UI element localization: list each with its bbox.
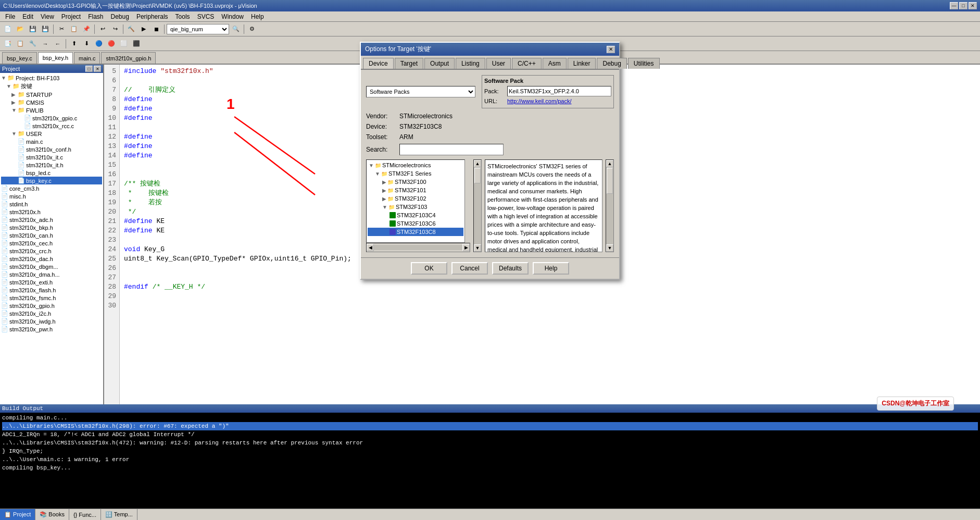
- tree-label: STM32F101: [395, 187, 426, 193]
- tree-stm32f103c6[interactable]: STM32F103C6: [368, 219, 463, 228]
- tree-label: STM32F103C4: [397, 212, 436, 218]
- sp-pack-label: Pack:: [484, 88, 505, 94]
- options-dialog: Options for Target '按键' ✕ Device Target …: [360, 42, 620, 280]
- folder-icon: 📁: [388, 204, 395, 210]
- device-value: STM32F103C8: [399, 123, 442, 130]
- toolset-value: ARM: [399, 133, 413, 141]
- vscroll-track: [474, 167, 481, 244]
- dialog-tab-cpp[interactable]: C/C++: [512, 58, 542, 69]
- tree-stm32f1-series[interactable]: ▼ 📁 STM32F1 Series: [368, 169, 463, 178]
- device-description-pane: STMicroelectronics' STM32F1 series of ma…: [485, 159, 602, 252]
- tree-stm32f102[interactable]: ▶ 📁 STM32F102: [368, 194, 463, 203]
- dialog-tab-asm[interactable]: Asm: [543, 58, 567, 69]
- tree-label: STM32F102: [395, 195, 426, 202]
- cancel-button[interactable]: Cancel: [451, 262, 488, 275]
- vscroll-down[interactable]: ▼: [474, 244, 481, 252]
- dialog-tab-target[interactable]: Target: [395, 58, 423, 69]
- sp-url-label: URL:: [484, 98, 505, 104]
- defaults-button[interactable]: Defaults: [492, 262, 529, 275]
- tree-stm32f103c4[interactable]: STM32F103C4: [368, 211, 463, 219]
- ok-button[interactable]: OK: [411, 262, 447, 275]
- expand-icon: ▶: [382, 188, 386, 193]
- dialog-overlay: Options for Target '按键' ✕ Device Target …: [0, 0, 980, 520]
- help-button[interactable]: Help: [533, 262, 569, 275]
- dialog-tabs: Device Target Output Listing User C/C++ …: [361, 56, 619, 70]
- search-input[interactable]: [399, 144, 504, 155]
- expand-icon: ▶: [382, 196, 386, 202]
- dialog-buttons: OK Cancel Defaults Help: [361, 257, 619, 279]
- dialog-tab-output[interactable]: Output: [424, 58, 455, 69]
- dialog-tab-debug[interactable]: Debug: [597, 58, 626, 69]
- chip-icon: [390, 220, 396, 227]
- desc-vscroll-thumb[interactable]: [607, 168, 613, 194]
- dialog-tab-linker[interactable]: Linker: [568, 58, 596, 69]
- search-row: Search:: [366, 144, 614, 155]
- sp-url-row: URL: http://www.keil.com/pack/: [484, 98, 611, 104]
- dialog-close-button[interactable]: ✕: [607, 46, 615, 53]
- search-label: Search:: [366, 146, 397, 153]
- expand-icon: ▼: [369, 163, 374, 168]
- dialog-tab-device[interactable]: Device: [363, 58, 394, 69]
- device-tree-pane[interactable]: ▼ 📁 STMicroelectronics ▼ 📁 STM32F1 Serie…: [366, 159, 465, 243]
- software-packs-dropdown[interactable]: Software Packs: [366, 86, 475, 97]
- tree-label: STM32F103C8: [397, 229, 436, 235]
- tree-stm32f100[interactable]: ▶ 📁 STM32F100: [368, 178, 463, 186]
- dialog-body: Software Packs Software Pack Pack: URL: …: [361, 70, 619, 257]
- hscroll-right[interactable]: ▶: [462, 244, 470, 251]
- sp-group-title: Software Pack: [484, 78, 611, 84]
- tree-label: STM32F103C6: [397, 220, 436, 227]
- dialog-tab-utilities[interactable]: Utilities: [628, 58, 660, 69]
- folder-icon: 📁: [387, 179, 394, 185]
- device-tree-container: ▼ 📁 STMicroelectronics ▼ 📁 STM32F1 Serie…: [366, 159, 470, 252]
- tree-vscroll[interactable]: ▲ ▼: [473, 159, 482, 252]
- folder-icon: 📁: [375, 163, 381, 168]
- expand-icon: ▼: [382, 204, 387, 210]
- expand-icon: ▼: [375, 171, 380, 177]
- device-tree-inner: ▼ 📁 STMicroelectronics ▼ 📁 STM32F1 Serie…: [367, 160, 464, 237]
- device-label: Device:: [366, 123, 397, 130]
- desc-vscroll[interactable]: ▲ ▼: [606, 159, 614, 252]
- vendor-value: STMicroelectronics: [399, 113, 453, 120]
- vendor-label: Vendor:: [366, 113, 397, 120]
- folder-icon: 📁: [387, 196, 394, 202]
- vendor-row: Vendor: STMicroelectronics: [366, 113, 614, 120]
- desc-vscroll-down[interactable]: ▼: [606, 244, 613, 252]
- sp-pack-row: Pack:: [484, 86, 611, 96]
- device-row: Device: STM32F103C8: [366, 123, 614, 130]
- tree-label: STM32F100: [395, 179, 426, 185]
- watermark: CSDN@乾坤电子工作室: [877, 397, 954, 411]
- desc-vscroll-up[interactable]: ▲: [606, 160, 613, 167]
- device-description-text: STMicroelectronics' STM32F1 series of ma…: [487, 163, 598, 252]
- expand-icon: ▶: [382, 179, 386, 185]
- folder-icon: 📁: [387, 188, 394, 193]
- toolset-label: Toolset:: [366, 133, 397, 141]
- folder-icon: 📁: [381, 171, 387, 177]
- device-content-area: ▼ 📁 STMicroelectronics ▼ 📁 STM32F1 Serie…: [366, 159, 614, 252]
- chip-icon: [390, 229, 396, 235]
- tree-stm32f103c8[interactable]: STM32F103C8: [368, 228, 463, 236]
- desc-vscroll-track: [606, 167, 613, 244]
- hscroll-track: [374, 245, 462, 250]
- dialog-title-bar: Options for Target '按键' ✕: [361, 43, 619, 56]
- tree-stm32f103[interactable]: ▼ 📁 STM32F103: [368, 203, 463, 211]
- dialog-tab-listing[interactable]: Listing: [456, 58, 485, 69]
- dialog-title-text: Options for Target '按键': [365, 45, 431, 54]
- software-packs-row: Software Packs Software Pack Pack: URL: …: [366, 75, 614, 108]
- vscroll-up[interactable]: ▲: [474, 160, 481, 167]
- tree-label: STMicroelectronics: [382, 162, 431, 168]
- dialog-tab-user[interactable]: User: [486, 58, 511, 69]
- hscroll-left[interactable]: ◀: [367, 244, 374, 251]
- tree-stm32f101[interactable]: ▶ 📁 STM32F101: [368, 186, 463, 194]
- tree-st[interactable]: ▼ 📁 STMicroelectronics: [368, 161, 463, 169]
- tree-label: STM32F103: [396, 204, 428, 210]
- tree-hscroll[interactable]: ◀ ▶: [366, 243, 470, 252]
- sp-url-link[interactable]: http://www.keil.com/pack/: [507, 98, 572, 104]
- tree-label: STM32F1 Series: [388, 170, 432, 177]
- toolset-row: Toolset: ARM: [366, 133, 614, 141]
- vscroll-thumb[interactable]: [474, 168, 481, 183]
- chip-icon: [390, 212, 396, 218]
- sp-pack-input[interactable]: [507, 86, 611, 96]
- software-pack-group: Software Pack Pack: URL: http://www.keil…: [482, 75, 614, 108]
